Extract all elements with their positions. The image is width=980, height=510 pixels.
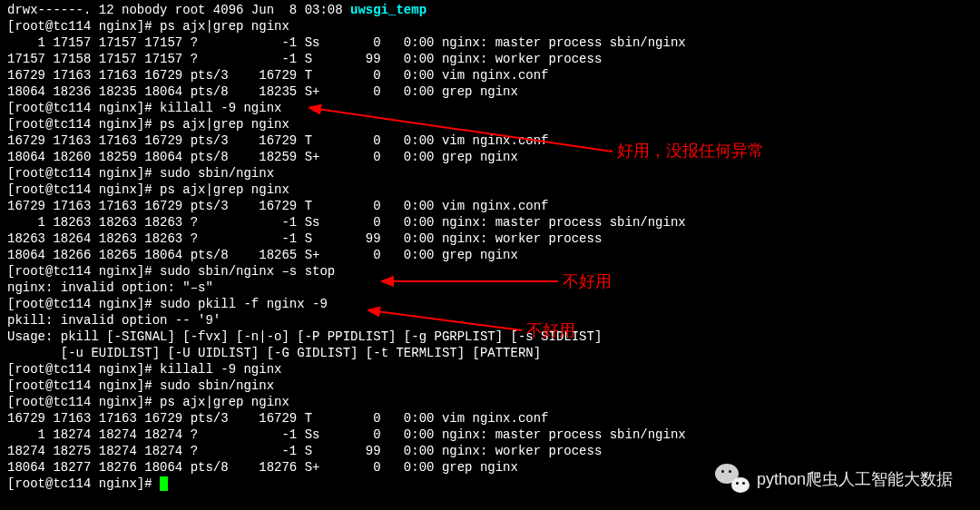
terminal-prompt-line: [root@tc114 nginx]# sudo sbin/nginx [7, 378, 973, 394]
ps-output-row: 16729 17163 17163 16729 pts/3 16729 T 0 … [7, 132, 973, 149]
dir-name: uwsgi_temp [350, 3, 426, 17]
terminal-prompt-line: [root@tc114 nginx]# killall -9 nginx [7, 100, 973, 116]
ps-output-row: 1 18263 18263 18263 ? -1 Ss 0 0:00 nginx… [7, 214, 973, 230]
ps-output-row: 18274 18275 18274 18274 ? -1 S 99 0:00 n… [7, 443, 973, 459]
ps-output-row: 16729 17163 17163 16729 pts/3 16729 T 0 … [7, 410, 973, 427]
ps-output-row: 1 18274 18274 18274 ? -1 Ss 0 0:00 nginx… [7, 427, 973, 443]
ps-output-row: 18064 18260 18259 18064 pts/8 18259 S+ 0… [7, 149, 973, 165]
usage-line: Usage: pkill [-SIGNAL] [-fvx] [-n|-o] [-… [7, 329, 973, 345]
terminal-prompt-line: [root@tc114 nginx]# sudo pkill -f nginx … [7, 296, 973, 312]
terminal-prompt-line: [root@tc114 nginx]# ps ajx|grep nginx [7, 394, 973, 410]
terminal-prompt-line: [root@tc114 nginx]# sudo sbin/nginx [7, 165, 973, 181]
cursor-icon [160, 476, 168, 491]
terminal-prompt-line: [root@tc114 nginx]# killall -9 nginx [7, 361, 973, 378]
terminal-prompt-line: [root@tc114 nginx]# ps ajx|grep nginx [7, 18, 973, 34]
terminal-prompt-line: [root@tc114 nginx]# sudo sbin/nginx –s s… [7, 263, 973, 280]
ps-output-row: 16729 17163 17163 16729 pts/3 16729 T 0 … [7, 67, 973, 83]
ps-output-row: 18064 18236 18235 18064 pts/8 18235 S+ 0… [7, 83, 973, 100]
ps-output-row: 18064 18266 18265 18064 pts/8 18265 S+ 0… [7, 247, 973, 263]
error-line: pkill: invalid option -- '9' [7, 312, 973, 329]
ps-output-row: 16729 17163 17163 16729 pts/3 16729 T 0 … [7, 198, 973, 214]
watermark-text: python爬虫人工智能大数据 [757, 471, 953, 487]
ps-output-row: 1 17157 17157 17157 ? -1 Ss 0 0:00 nginx… [7, 34, 973, 51]
usage-line: [-u EUIDLIST] [-U UIDLIST] [-G GIDLIST] … [7, 345, 973, 361]
ps-output-row: 17157 17158 17157 17157 ? -1 S 99 0:00 n… [7, 51, 973, 67]
watermark: python爬虫人工智能大数据 [715, 462, 953, 496]
ps-output-row: 18263 18264 18263 18263 ? -1 S 99 0:00 n… [7, 230, 973, 247]
annotation-good: 好用，没报任何异常 [617, 142, 764, 159]
terminal-line-top: drwx------. 12 nobody root 4096 Jun 8 03… [7, 2, 973, 18]
error-line: nginx: invalid option: "–s" [7, 280, 973, 296]
terminal-prompt-line: [root@tc114 nginx]# ps ajx|grep nginx [7, 116, 973, 132]
terminal-prompt-line: [root@tc114 nginx]# ps ajx|grep nginx [7, 181, 973, 198]
annotation-bad-1: 不好用 [563, 273, 612, 289]
wechat-icon [715, 462, 750, 496]
annotation-bad-2: 不好用 [526, 322, 575, 338]
